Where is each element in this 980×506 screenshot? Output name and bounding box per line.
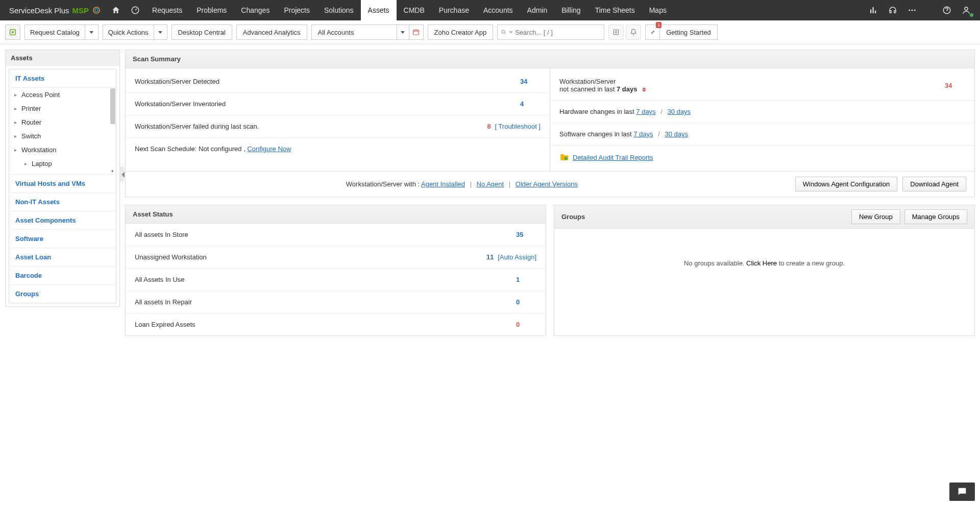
svg-point-1 xyxy=(95,9,98,12)
getting-started-badge: 1 xyxy=(656,22,662,28)
nav-solutions[interactable]: Solutions xyxy=(317,0,361,20)
new-request-icon[interactable] xyxy=(5,25,20,40)
account-calendar-icon[interactable] xyxy=(409,25,423,39)
manage-groups-button[interactable]: Manage Groups xyxy=(904,209,967,224)
nav-accounts[interactable]: Accounts xyxy=(476,0,520,20)
tree-printer[interactable]: ▸Printer xyxy=(9,102,116,115)
agent-installed-link[interactable]: Agent Installed xyxy=(421,180,465,188)
zoho-creator-button[interactable]: Zoho Creator App xyxy=(428,25,494,40)
nav-assets[interactable]: Assets xyxy=(361,0,397,20)
groups-card: Groups New Group Manage Groups No groups… xyxy=(554,205,975,336)
search-input[interactable] xyxy=(515,29,601,36)
request-catalog-caret[interactable] xyxy=(85,25,99,40)
tree-access-point[interactable]: ▸Access Point xyxy=(9,88,116,102)
reports-icon[interactable] xyxy=(864,0,883,20)
tree-laptop[interactable]: ▸Laptop xyxy=(9,157,116,171)
sidebar-item-non-it-assets[interactable]: Non-IT Assets xyxy=(9,193,116,211)
sidebar-item-software[interactable]: Software xyxy=(9,230,116,248)
request-catalog-label[interactable]: Request Catalog xyxy=(24,25,85,40)
row-in-store[interactable]: All assets In Store 35 xyxy=(126,224,546,246)
notification-bell-icon[interactable] xyxy=(626,25,641,40)
global-search[interactable] xyxy=(497,25,604,40)
more-icon[interactable] xyxy=(902,0,922,20)
tree-workstation[interactable]: ▸Workstation xyxy=(9,143,116,157)
sidebar-item-groups[interactable]: Groups xyxy=(9,285,116,303)
support-headset-icon[interactable] xyxy=(883,0,902,20)
assets-panel-title: Assets xyxy=(6,50,119,66)
row-in-repair[interactable]: All assets In Repair 0 xyxy=(126,291,546,314)
row-ws-failed[interactable]: Workstation/Server failed during last sc… xyxy=(126,115,550,138)
nav-cmdb[interactable]: CMDB xyxy=(397,0,432,20)
nav-projects[interactable]: Projects xyxy=(277,0,317,20)
sort-toggle-icon[interactable] xyxy=(642,87,646,92)
sidebar-item-virtual-hosts[interactable]: Virtual Hosts and VMs xyxy=(9,175,116,193)
brand-prefix: ServiceDesk Plus xyxy=(9,6,69,15)
pin-icon: 1 xyxy=(646,25,660,39)
hw-30days-link[interactable]: 30 days xyxy=(668,108,691,115)
sw-7days-link[interactable]: 7 days xyxy=(633,130,653,138)
older-agent-link[interactable]: Older Agent Versions xyxy=(516,180,578,188)
audit-reports-link[interactable]: Detailed Audit Trail Reports xyxy=(573,154,653,161)
sidebar-item-it-assets[interactable]: IT Assets xyxy=(9,69,116,88)
sidebar-item-barcode[interactable]: Barcode xyxy=(9,267,116,285)
windows-agent-config-button[interactable]: Windows Agent Configuration xyxy=(795,177,898,191)
help-icon[interactable] xyxy=(937,0,957,20)
row-not-scanned[interactable]: Workstation/Server not scanned in last 7… xyxy=(550,70,974,101)
desktop-central-button[interactable]: Desktop Central xyxy=(172,25,232,40)
nav-maps[interactable]: Maps xyxy=(642,0,674,20)
dashboard-gauge-icon[interactable] xyxy=(126,0,145,20)
configure-now-link[interactable]: Configure Now xyxy=(247,145,291,153)
row-unassigned-ws[interactable]: Unassigned Workstation 11 [Auto Assign] xyxy=(126,246,546,269)
auto-assign-link[interactable]: [Auto Assign] xyxy=(498,253,536,261)
row-next-scan: Next Scan Schedule: Not configured , Con… xyxy=(126,138,550,160)
tree-switch[interactable]: ▸Switch xyxy=(9,129,116,143)
sw-30days-link[interactable]: 30 days xyxy=(665,130,688,138)
request-catalog-dropdown[interactable]: Request Catalog xyxy=(24,25,99,40)
getting-started-button[interactable]: 1 Getting Started xyxy=(645,25,717,40)
download-agent-button[interactable]: Download Agent xyxy=(902,177,966,191)
getting-started-label: Getting Started xyxy=(660,29,717,36)
row-ws-inventoried[interactable]: Workstation/Server Inventoried 4 xyxy=(126,93,550,115)
svg-point-15 xyxy=(615,31,617,33)
profile-icon[interactable] xyxy=(957,0,976,20)
nav-problems[interactable]: Problems xyxy=(189,0,234,20)
row-loan-expired[interactable]: Loan Expired Assets 0 xyxy=(126,314,546,335)
quick-actions-dropdown[interactable]: Quick Actions xyxy=(103,25,167,40)
nav-changes[interactable]: Changes xyxy=(234,0,277,20)
nav-purchase[interactable]: Purchase xyxy=(432,0,476,20)
top-nav: ServiceDesk Plus MSP Requests Problems C… xyxy=(0,0,980,20)
account-selector-value: All Accounts xyxy=(312,29,397,36)
row-in-use[interactable]: All Assets In Use 1 xyxy=(126,269,546,291)
nav-billing[interactable]: Billing xyxy=(554,0,587,20)
advanced-analytics-button[interactable]: Advanced Analytics xyxy=(236,25,307,40)
troubleshoot-link[interactable]: [ Troubleshoot ] xyxy=(495,123,541,130)
row-ws-detected[interactable]: Workstation/Server Detected 34 xyxy=(126,70,550,93)
tree-desktop[interactable]: ▸Desktop xyxy=(9,171,116,175)
account-selector[interactable]: All Accounts xyxy=(311,25,424,40)
sidebar-item-asset-loan[interactable]: Asset Loan xyxy=(9,248,116,267)
click-here-link[interactable]: Click Here xyxy=(746,259,777,267)
row-audit-reports: Detailed Audit Trail Reports xyxy=(550,146,974,169)
scan-icon[interactable] xyxy=(608,25,624,40)
account-selector-caret[interactable] xyxy=(397,25,409,39)
brand-logo[interactable]: ServiceDesk Plus MSP xyxy=(4,6,106,15)
quick-actions-label[interactable]: Quick Actions xyxy=(103,25,154,40)
nav-admin[interactable]: Admin xyxy=(520,0,555,20)
tree-scroll-down[interactable]: ▾ xyxy=(110,168,115,174)
sidebar-item-asset-components[interactable]: Asset Components xyxy=(9,211,116,230)
row-software-changes: Software changes in last 7 days / 30 day… xyxy=(550,123,974,146)
tree-scrollbar[interactable] xyxy=(110,88,115,124)
svg-point-6 xyxy=(909,10,910,11)
scan-summary-title: Scan Summary xyxy=(126,50,974,68)
nav-requests[interactable]: Requests xyxy=(145,0,189,20)
report-folder-icon xyxy=(559,153,569,162)
hw-7days-link[interactable]: 7 days xyxy=(636,108,655,115)
svg-rect-3 xyxy=(870,10,871,14)
no-agent-link[interactable]: No Agent xyxy=(477,180,504,188)
home-icon[interactable] xyxy=(106,0,126,20)
collapse-sidebar-handle[interactable] xyxy=(120,167,126,182)
new-group-button[interactable]: New Group xyxy=(851,209,900,224)
nav-timesheets[interactable]: Time Sheets xyxy=(588,0,642,20)
quick-actions-caret[interactable] xyxy=(154,25,167,40)
tree-router[interactable]: ▸Router xyxy=(9,115,116,129)
